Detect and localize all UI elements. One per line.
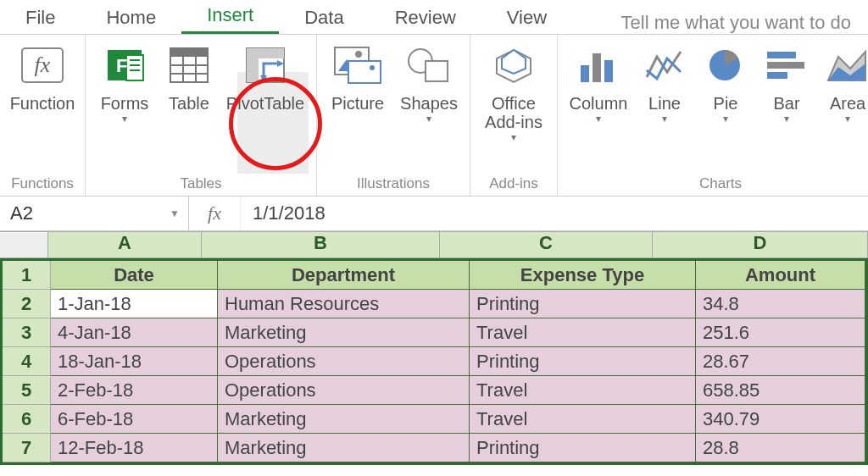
pivottable-button[interactable]: PivotTable (220, 38, 311, 113)
tell-me-search[interactable]: Tell me what you want to do (621, 12, 868, 34)
pie-chart-button[interactable]: Pie ▾ (695, 38, 756, 125)
header-department[interactable]: Department (218, 261, 470, 290)
tab-review[interactable]: Review (370, 2, 481, 34)
pie-label: Pie (714, 94, 738, 113)
addins-label1: Office (492, 94, 536, 113)
addins-icon (488, 42, 539, 89)
group-label-illustrations: Illustrations (317, 175, 470, 192)
fx-icon[interactable]: fx (189, 196, 241, 230)
cell-D7[interactable]: 28.8 (696, 434, 865, 462)
table-row: 4 18-Jan-18 Operations Printing 28.67 (3, 347, 865, 376)
bar-chart-button[interactable]: Bar ▾ (756, 38, 817, 125)
cell-B7[interactable]: Marketing (218, 434, 470, 462)
pie-chart-icon (700, 42, 751, 89)
chevron-down-icon: ▾ (723, 113, 728, 125)
shapes-label: Shapes (400, 94, 458, 113)
header-amount[interactable]: Amount (696, 261, 865, 290)
group-charts: Column ▾ Line ▾ Pie ▾ B (558, 35, 868, 196)
pivottable-label: PivotTable (226, 94, 304, 113)
forms-label: Forms (101, 94, 149, 113)
cell-D3[interactable]: 251.6 (696, 318, 865, 347)
cell-D6[interactable]: 340.79 (696, 405, 865, 434)
cell-B6[interactable]: Marketing (218, 405, 470, 434)
group-tables: F Forms ▾ Table PivotTable Tables (86, 35, 317, 196)
row-header-5[interactable]: 5 (3, 376, 51, 405)
svg-rect-16 (247, 48, 284, 58)
svg-rect-30 (604, 60, 613, 82)
header-expense-type[interactable]: Expense Type (470, 261, 696, 290)
group-label-functions: Functions (0, 175, 85, 192)
col-header-A[interactable]: A (48, 232, 202, 257)
cell-B4[interactable]: Operations (218, 347, 470, 376)
cell-B5[interactable]: Operations (218, 376, 470, 405)
row-header-3[interactable]: 3 (3, 318, 51, 347)
table-row: 6 6-Feb-18 Marketing Travel 340.79 (3, 405, 865, 434)
cell-D4[interactable]: 28.67 (696, 347, 865, 376)
spreadsheet-grid[interactable]: A B C D 1 Date Department Expense Type A… (0, 231, 868, 465)
svg-rect-25 (426, 61, 448, 81)
tab-insert[interactable]: Insert (181, 0, 279, 34)
svg-rect-29 (593, 53, 601, 82)
cell-B3[interactable]: Marketing (218, 318, 470, 347)
col-header-D[interactable]: D (653, 232, 868, 257)
line-label: Line (648, 94, 681, 113)
cell-D5[interactable]: 658.85 (696, 376, 865, 405)
header-date[interactable]: Date (51, 261, 218, 290)
tab-file[interactable]: File (0, 2, 81, 34)
pivottable-icon (240, 42, 291, 89)
select-all-corner[interactable] (0, 232, 48, 257)
tab-data[interactable]: Data (279, 2, 369, 34)
line-chart-button[interactable]: Line ▾ (634, 38, 695, 125)
cell-C4[interactable]: Printing (470, 347, 696, 376)
col-header-B[interactable]: B (202, 232, 440, 257)
column-chart-button[interactable]: Column ▾ (563, 38, 634, 125)
tab-home[interactable]: Home (81, 2, 181, 34)
group-label-charts: Charts (558, 175, 868, 192)
cell-C5[interactable]: Travel (470, 376, 696, 405)
name-box[interactable]: A2 ▼ (0, 196, 189, 230)
chevron-down-icon: ▾ (122, 113, 127, 125)
area-label: Area (830, 94, 865, 113)
row-header-4[interactable]: 4 (3, 347, 51, 376)
group-illustrations: Picture Shapes ▾ Illustrations (317, 35, 470, 196)
bar-chart-icon (761, 42, 812, 89)
col-header-C[interactable]: C (440, 232, 653, 257)
ribbon: fx Function Functions F Forms ▾ Table (0, 35, 868, 196)
cell-B2[interactable]: Human Resources (218, 290, 470, 318)
table-button[interactable]: Table (159, 38, 220, 113)
chevron-down-icon: ▼ (170, 208, 180, 219)
svg-rect-22 (348, 61, 381, 83)
svg-rect-34 (767, 72, 787, 79)
formula-input[interactable]: 1/1/2018 (241, 196, 868, 230)
row-header-6[interactable]: 6 (3, 405, 51, 434)
chevron-down-icon: ▾ (662, 113, 667, 125)
cell-A3[interactable]: 4-Jan-18 (51, 318, 218, 347)
row-header-2[interactable]: 2 (3, 290, 51, 318)
table-label: Table (169, 94, 209, 113)
tab-view[interactable]: View (481, 2, 572, 34)
cell-A2[interactable]: 1-Jan-18 (51, 290, 218, 318)
shapes-button[interactable]: Shapes ▾ (393, 38, 465, 125)
cell-A5[interactable]: 2-Feb-18 (51, 376, 218, 405)
cell-C2[interactable]: Printing (470, 290, 696, 318)
forms-button[interactable]: F Forms ▾ (91, 38, 159, 125)
svg-text:F: F (116, 55, 127, 76)
cell-C3[interactable]: Travel (470, 318, 696, 347)
svg-point-21 (355, 51, 362, 58)
area-chart-button[interactable]: Area ▾ (817, 38, 868, 125)
cell-C7[interactable]: Printing (470, 434, 696, 462)
cell-A6[interactable]: 6-Feb-18 (51, 405, 218, 434)
cell-A7[interactable]: 12-Feb-18 (51, 434, 218, 462)
picture-button[interactable]: Picture (322, 38, 393, 113)
row-header-7[interactable]: 7 (3, 434, 51, 462)
area-chart-icon (822, 42, 868, 89)
cell-C6[interactable]: Travel (470, 405, 696, 434)
ribbon-tabs: File Home Insert Data Review View Tell m… (0, 0, 868, 35)
cell-D2[interactable]: 34.8 (696, 290, 865, 318)
svg-rect-32 (767, 52, 796, 58)
function-button[interactable]: fx Function (5, 38, 80, 113)
row-header-1[interactable]: 1 (3, 261, 51, 290)
office-addins-button[interactable]: Office Add-ins ▾ (476, 38, 552, 143)
svg-rect-9 (170, 48, 208, 57)
cell-A4[interactable]: 18-Jan-18 (51, 347, 218, 376)
